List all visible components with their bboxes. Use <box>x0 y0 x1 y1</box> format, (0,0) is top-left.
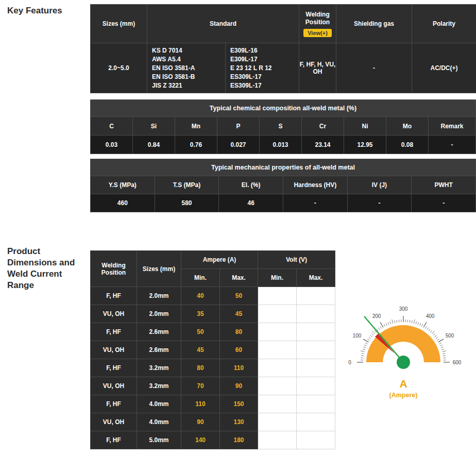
welding-position-cell: F, HF <box>91 323 137 341</box>
ampere-max-header: Max. <box>220 269 258 287</box>
welding-position-cell: VU, OH <box>91 341 137 359</box>
table-row: VU, OH 4.0mm 90 130 <box>91 413 335 431</box>
volt-min-cell <box>258 341 297 359</box>
size-cell: 3.2mm <box>137 359 181 377</box>
size-cell: 4.0mm <box>137 395 181 413</box>
mechanical-table-title: Typical mechanical properties of all-wel… <box>91 159 476 176</box>
table-row: F, HF 3.2mm 80 110 <box>91 359 335 377</box>
ampere-min-cell: 40 <box>181 287 220 305</box>
mech-value: - <box>347 194 412 212</box>
volt-min-header: Min. <box>258 269 297 287</box>
key-features-table: Sizes (mm) Standard Welding Position Vie… <box>90 4 476 93</box>
ampere-max-cell: 45 <box>220 305 258 323</box>
svg-text:200: 200 <box>372 313 381 319</box>
range-welding-position-header: Welding Position <box>91 251 137 287</box>
chem-col-header: Remark <box>429 117 476 136</box>
volt-max-cell <box>297 323 335 341</box>
ampere-gauge: 0100200300400500600 A (Ampere) <box>336 296 470 399</box>
welding-position-cell: VU, OH <box>91 377 137 395</box>
gauge-unit-caption: (Ampere) <box>336 392 470 399</box>
svg-text:300: 300 <box>399 306 408 312</box>
svg-text:500: 500 <box>446 333 454 339</box>
polarity-header-cell: Polarity <box>412 5 476 43</box>
chem-col-header: S <box>260 117 302 136</box>
mech-col-header: El. (%) <box>219 176 283 194</box>
chem-col-header: Ni <box>344 117 386 136</box>
chem-col-header: Mn <box>175 117 217 136</box>
ampere-max-cell: 180 <box>220 431 258 449</box>
table-row: F, HF 5.0mm 140 180 <box>91 431 335 449</box>
volt-min-cell <box>258 305 297 323</box>
ampere-max-cell: 60 <box>220 341 258 359</box>
volt-max-cell <box>297 341 335 359</box>
ampere-max-cell: 80 <box>220 323 258 341</box>
sizes-value: 2.0~5.0 <box>91 43 147 93</box>
volt-min-cell <box>258 287 297 305</box>
welding-position-cell: VU, OH <box>91 305 137 323</box>
ampere-min-cell: 50 <box>181 323 220 341</box>
volt-min-cell <box>258 359 297 377</box>
chem-value: - <box>429 136 476 154</box>
ampere-max-cell: 50 <box>220 287 258 305</box>
volt-max-cell <box>297 413 335 431</box>
range-sizes-header: Sizes (mm) <box>137 251 181 287</box>
view-button[interactable]: View(+) <box>303 29 332 37</box>
svg-text:400: 400 <box>426 313 435 319</box>
chem-col-header: Mo <box>386 117 429 136</box>
svg-text:100: 100 <box>353 333 362 339</box>
volt-max-cell <box>297 359 335 377</box>
standard-classes-value: E309L-16 E309L-17 E 23 12 L R 12 ES309L-… <box>226 43 299 93</box>
svg-text:0: 0 <box>348 360 351 365</box>
ampere-min-cell: 70 <box>181 377 220 395</box>
ampere-max-cell: 130 <box>220 413 258 431</box>
mech-col-header: IV (J) <box>347 176 412 194</box>
mech-col-header: PWHT <box>412 176 476 194</box>
ampere-min-header: Min. <box>181 269 220 287</box>
volt-min-cell <box>258 431 297 449</box>
gauge-unit-label: A <box>336 378 470 390</box>
chem-value: 0.08 <box>386 136 429 154</box>
polarity-value: AC/DC(+) <box>412 43 476 93</box>
shielding-gas-value: - <box>336 43 412 93</box>
size-cell: 2.0mm <box>137 305 181 323</box>
chem-col-header: Cr <box>302 117 344 136</box>
welding-position-cell: F, HF <box>91 359 137 377</box>
mech-value: 580 <box>155 194 219 212</box>
standard-header-cell: Standard <box>147 5 299 43</box>
shielding-gas-header-cell: Shielding gas <box>336 5 412 43</box>
ampere-min-cell: 110 <box>181 395 220 413</box>
volt-max-cell <box>297 287 335 305</box>
volt-min-cell <box>258 395 297 413</box>
ampere-min-cell: 140 <box>181 431 220 449</box>
ampere-max-cell: 110 <box>220 359 258 377</box>
mech-value: 46 <box>219 194 283 212</box>
size-cell: 4.0mm <box>137 413 181 431</box>
chem-value: 23.14 <box>302 136 344 154</box>
ampere-gauge-dial: 0100200300400500600 <box>336 296 470 374</box>
chem-value: 0.84 <box>133 136 175 154</box>
chem-value: 0.76 <box>175 136 217 154</box>
chem-value: 0.027 <box>217 136 260 154</box>
weld-current-range-table: Welding Position Sizes (mm) Ampere (A) V… <box>90 250 335 449</box>
volt-max-cell <box>297 305 335 323</box>
chemical-composition-table: Typical chemical composition all-weld me… <box>90 99 476 154</box>
welding-position-value: F, HF, H, VU, OH <box>299 43 336 93</box>
welding-position-cell: F, HF <box>91 395 137 413</box>
ampere-max-cell: 90 <box>220 377 258 395</box>
chem-col-header: C <box>91 117 133 136</box>
mech-col-header: Hardness (HV) <box>283 176 347 194</box>
svg-text:600: 600 <box>453 360 462 365</box>
standard-specs-value: KS D 7014 AWS A5.4 EN ISO 3581-A EN ISO … <box>147 43 226 93</box>
welding-position-cell: F, HF <box>91 431 137 449</box>
mech-value: - <box>283 194 347 212</box>
welding-position-header-cell: Welding Position View(+) <box>299 5 336 43</box>
size-cell: 5.0mm <box>137 431 181 449</box>
volt-min-cell <box>258 413 297 431</box>
volt-max-header: Max. <box>297 269 335 287</box>
mech-col-header: T.S (MPa) <box>155 176 219 194</box>
mech-value: - <box>412 194 476 212</box>
table-row: VU, OH 2.0mm 35 45 <box>91 305 335 323</box>
size-cell: 2.0mm <box>137 287 181 305</box>
sizes-header-cell: Sizes (mm) <box>91 5 147 43</box>
table-row: VU, OH 2.6mm 45 60 <box>91 341 335 359</box>
